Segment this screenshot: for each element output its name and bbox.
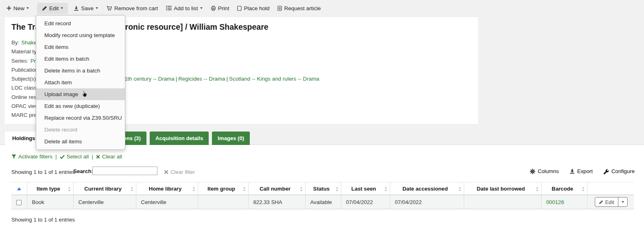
- menu-item-edit-items[interactable]: Edit items: [36, 41, 125, 53]
- record-toolbar: New Edit Save Remove from cart Add to li…: [7, 2, 329, 14]
- menu-item-delete-items-in-a-batch[interactable]: Delete items in a batch: [36, 65, 125, 77]
- save-button[interactable]: Save: [74, 5, 98, 11]
- header-label: Status: [313, 186, 330, 192]
- download-icon: [570, 169, 575, 174]
- table-row: Book Centerville Centerville 822.33 SHA …: [11, 195, 634, 209]
- save-download-icon: [74, 6, 79, 11]
- configure-button[interactable]: Configure: [603, 168, 635, 174]
- row-edit-label: Edit: [605, 199, 614, 205]
- header-date-accessioned[interactable]: Date accessioned: [390, 182, 464, 195]
- select-all-label: Select all: [67, 154, 89, 160]
- cell-barcode: 000126: [541, 195, 587, 209]
- sort-icon: [300, 187, 303, 193]
- chevron-down-icon: [26, 7, 29, 9]
- header-label: Current library: [84, 186, 122, 192]
- place-hold-button[interactable]: Place hold: [237, 5, 269, 11]
- activate-filters-label: Activate filters: [18, 154, 52, 160]
- new-button-label: New: [13, 5, 24, 11]
- menu-item-delete-record: Delete record: [36, 124, 125, 136]
- cell-date-accessioned: 07/04/2022: [390, 195, 464, 209]
- barcode-link[interactable]: 000126: [546, 199, 564, 205]
- header-label: Date accessioned: [402, 186, 448, 192]
- x-icon: [164, 170, 168, 174]
- row-select-checkbox[interactable]: [16, 200, 22, 205]
- export-button[interactable]: Export: [570, 168, 593, 174]
- header-date-last-borrowed[interactable]: Date last borrowed: [464, 182, 541, 195]
- cell-item-group: [198, 195, 248, 209]
- table-header-row: Item type Current library Home library I…: [11, 182, 634, 195]
- clear-all-link[interactable]: Clear all: [96, 154, 122, 160]
- wrench-icon: [603, 169, 609, 174]
- clear-all-label: Clear all: [102, 154, 122, 160]
- remove-from-cart-label: Remove from cart: [114, 5, 158, 11]
- header-select-sorted[interactable]: [11, 182, 27, 195]
- clear-filter-button[interactable]: Clear filter: [164, 169, 195, 175]
- menu-item-delete-all-items[interactable]: Delete all items: [36, 136, 125, 147]
- document-icon: [277, 6, 282, 11]
- subject-link[interactable]: Scotland -- Kings and rulers -- Drama: [229, 76, 319, 82]
- gear-icon: [530, 169, 535, 174]
- select-all-link[interactable]: Select all: [60, 154, 89, 160]
- cell-home-library: Centerville: [136, 195, 198, 209]
- header-item-type[interactable]: Item type: [27, 182, 73, 195]
- header-status[interactable]: Status: [305, 182, 341, 195]
- menu-item-modify-record-using-template[interactable]: Modify record using template: [36, 29, 125, 41]
- printer-icon: [211, 6, 216, 11]
- chevron-down-icon: [622, 201, 624, 203]
- request-article-button[interactable]: Request article: [277, 5, 321, 11]
- edit-button[interactable]: Edit: [37, 3, 68, 14]
- add-to-list-button[interactable]: Add to list: [166, 5, 202, 11]
- print-button-label: Print: [218, 5, 229, 11]
- subjects-label: Subject(s):: [11, 76, 37, 82]
- pencil-icon: [599, 200, 603, 204]
- add-to-list-label: Add to list: [174, 5, 198, 11]
- sort-icon: [458, 187, 461, 193]
- table-tools: Columns Export Configure: [519, 168, 635, 174]
- sort-icon: [582, 187, 585, 193]
- header-current-library[interactable]: Current library: [73, 182, 136, 195]
- header-last-seen[interactable]: Last seen: [341, 182, 390, 195]
- export-label: Export: [577, 168, 593, 174]
- menu-item-edit-as-new-duplicate[interactable]: Edit as new (duplicate): [36, 100, 125, 112]
- cell-current-library: Centerville: [73, 195, 136, 209]
- request-article-label: Request article: [284, 5, 321, 11]
- plus-icon: [7, 6, 11, 11]
- cell-date-last-borrowed: [464, 195, 541, 209]
- list-icon: [166, 6, 172, 11]
- filter-separator: |: [92, 154, 93, 160]
- header-item-group[interactable]: Item group: [198, 182, 248, 195]
- header-home-library[interactable]: Home library: [136, 182, 198, 195]
- tab-acquisition-details[interactable]: Acquisition details: [150, 132, 209, 145]
- activate-filters-link[interactable]: Activate filters: [11, 154, 52, 160]
- header-call-number[interactable]: Call number: [248, 182, 305, 195]
- header-label: Date last borrowed: [477, 186, 525, 192]
- menu-item-attach-item[interactable]: Attach item: [36, 77, 125, 88]
- header-label: Barcode: [552, 186, 573, 192]
- place-hold-label: Place hold: [244, 5, 269, 11]
- showing-entries-text-bottom: Showing 1 to 1 of 1 entries: [11, 217, 75, 223]
- cell-last-seen: 07/04/2022: [341, 195, 390, 209]
- columns-button[interactable]: Columns: [530, 168, 559, 174]
- subject-link[interactable]: Regicides -- Drama: [178, 76, 225, 82]
- menu-item-replace-record-via-z3950-sru[interactable]: Replace record via Z39.50/SRU: [36, 112, 125, 124]
- tab-images[interactable]: Images (0): [212, 132, 250, 145]
- subject-separator: |: [227, 76, 228, 82]
- menu-item-upload-image[interactable]: Upload image: [36, 88, 125, 100]
- remove-from-cart-button[interactable]: Remove from cart: [106, 5, 158, 11]
- header-barcode[interactable]: Barcode: [541, 182, 587, 195]
- row-edit-caret-button[interactable]: [618, 198, 627, 206]
- menu-item-edit-items-in-batch[interactable]: Edit items in batch: [36, 53, 125, 65]
- header-label: Item type: [37, 186, 60, 192]
- search-input[interactable]: [92, 167, 157, 175]
- new-button[interactable]: New: [7, 5, 29, 11]
- hand-pointer-cursor-icon: [81, 90, 88, 99]
- filter-separator: |: [55, 154, 57, 160]
- sort-icon: [68, 187, 71, 193]
- print-button[interactable]: Print: [211, 5, 229, 11]
- row-edit-button[interactable]: Edit: [595, 198, 618, 206]
- holdings-table: Item type Current library Home library I…: [11, 182, 634, 209]
- x-icon: [96, 155, 100, 159]
- menu-item-edit-record[interactable]: Edit record: [36, 18, 125, 29]
- cart-icon: [106, 6, 112, 11]
- showing-entries-text: Showing 1 to 1 of 1 entries: [11, 169, 75, 175]
